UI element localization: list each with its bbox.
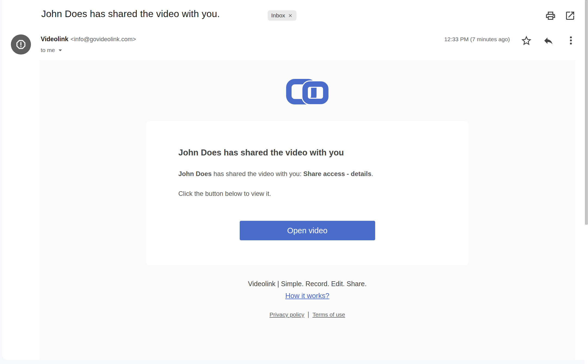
open-in-new-button[interactable] [565, 10, 576, 21]
open-in-new-icon [565, 10, 576, 21]
sender-name: Videolink [41, 36, 68, 43]
label-close-button[interactable] [288, 13, 293, 18]
reply-button[interactable] [543, 35, 554, 46]
recipient-label: to me [41, 47, 55, 53]
terms-of-use-link[interactable]: Terms of use [312, 311, 345, 318]
inbox-label-text: Inbox [271, 12, 285, 19]
how-it-works-link[interactable]: How it works? [285, 292, 329, 300]
star-icon [520, 35, 532, 47]
print-icon [545, 10, 556, 21]
email-card: John Does has shared the video with you … [146, 121, 469, 265]
legal-links: Privacy policy|Terms of use [40, 311, 575, 318]
star-button[interactable] [520, 35, 532, 47]
legal-separator: | [308, 311, 309, 318]
more-vert-icon [565, 35, 577, 46]
warning-octagon-icon [15, 39, 27, 50]
open-video-button[interactable]: Open video [240, 221, 375, 240]
privacy-policy-link[interactable]: Privacy policy [270, 311, 304, 318]
videolink-chain-logo-icon [286, 79, 328, 104]
email-timestamp: 12:33 PM (7 minutes ago) [444, 36, 510, 43]
inbox-label-chip[interactable]: Inbox [268, 10, 296, 21]
more-options-button[interactable] [565, 35, 577, 46]
scrollbar-thumb[interactable] [585, 0, 588, 225]
print-button[interactable] [545, 10, 556, 21]
email-body-line2: Click the button below to view it. [178, 190, 436, 198]
sender-avatar [11, 34, 31, 55]
subject-title: John Does has shared the video with you. [41, 8, 220, 20]
email-body-line1: John Does has shared the video with you:… [178, 170, 436, 178]
email-heading: John Does has shared the video with you [178, 148, 436, 158]
scrollbar-track[interactable] [585, 0, 588, 364]
footer-tagline: Videolink | Simple. Record. Edit. Share. [40, 279, 575, 288]
close-icon [288, 13, 293, 18]
sender-email: <info@govideolink.com> [71, 36, 136, 43]
recipient-details-toggle[interactable]: to me [41, 46, 64, 54]
expand-details-caret-icon [56, 46, 64, 54]
reply-icon [543, 35, 554, 46]
email-content-area: John Does has shared the video with you … [40, 60, 575, 360]
